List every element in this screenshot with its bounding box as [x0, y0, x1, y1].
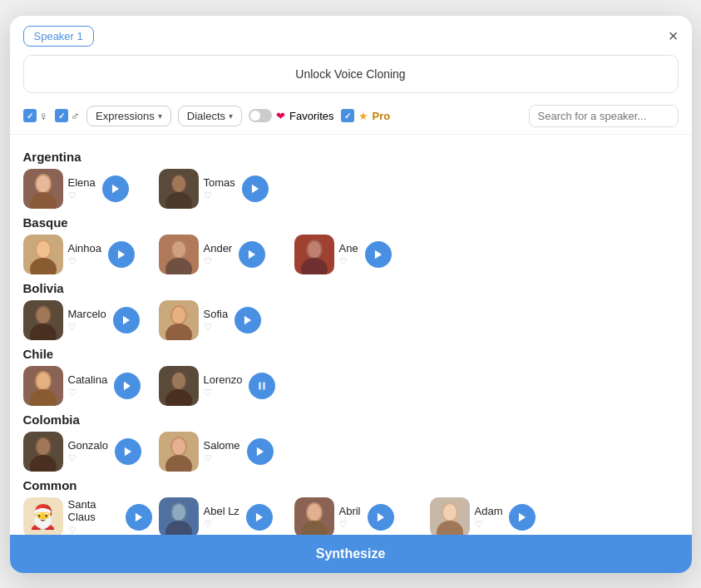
avatar [23, 235, 63, 274]
svg-point-22 [37, 307, 50, 324]
svg-point-17 [301, 258, 328, 274]
svg-point-10 [37, 241, 50, 258]
speaker-name: Abril [339, 505, 361, 517]
svg-marker-11 [118, 250, 125, 259]
synthesize-bar[interactable]: Synthesize [10, 535, 692, 573]
play-button[interactable] [246, 504, 273, 531]
female-icon: ♀ [39, 109, 48, 123]
favorite-icon[interactable]: ♡ [204, 453, 240, 464]
pro-checkbox[interactable]: ✓ [341, 109, 354, 122]
region-common: Common [23, 478, 679, 492]
speaker-name: Salome [204, 439, 240, 452]
avatar [159, 497, 199, 535]
favorite-icon[interactable]: ♡ [68, 388, 108, 398]
favorites-toggle[interactable]: ❤ Favorites [249, 109, 333, 122]
svg-marker-15 [249, 250, 255, 259]
speaker-info: Lorenzo ♡ [204, 373, 243, 398]
play-button[interactable] [368, 504, 394, 531]
play-button[interactable] [113, 307, 140, 334]
play-button[interactable] [242, 175, 269, 202]
favorite-icon[interactable]: ♡ [68, 256, 101, 267]
colombia-speakers: Gonzalo ♡ Salome ♡ [23, 432, 679, 472]
unlock-banner: Unlock Voice Cloning [23, 55, 679, 93]
favorite-icon[interactable]: ♡ [204, 190, 235, 201]
speaker-name: Catalina [68, 373, 108, 386]
favorite-icon[interactable]: ♡ [68, 190, 96, 201]
speaker-name: Lorenzo [204, 373, 243, 386]
svg-point-26 [172, 307, 185, 324]
speaker-name: Tomas [204, 176, 235, 189]
play-button[interactable] [247, 438, 274, 465]
avatar [159, 432, 199, 472]
female-checkbox[interactable] [23, 109, 37, 122]
favorite-icon[interactable]: ♡ [339, 256, 358, 267]
svg-marker-44 [256, 447, 263, 456]
play-button[interactable] [239, 241, 265, 268]
expressions-dropdown[interactable]: Expressions ▾ [86, 106, 171, 126]
favorite-icon[interactable]: ♡ [68, 525, 119, 535]
avatar [430, 497, 470, 535]
list-item: Abril ♡ [294, 497, 423, 535]
svg-point-30 [37, 373, 50, 389]
speaker-info: Abril ♡ [339, 505, 361, 530]
avatar [159, 235, 199, 274]
svg-point-1 [30, 192, 57, 209]
svg-marker-45 [135, 512, 141, 521]
avatar [23, 366, 63, 406]
speaker-info: Abel Lz ♡ [204, 505, 239, 530]
favorite-icon[interactable]: ♡ [68, 453, 108, 464]
favorite-icon[interactable]: ♡ [204, 388, 243, 398]
list-item: Catalina ♡ [23, 366, 152, 406]
play-button[interactable] [234, 307, 261, 334]
search-input[interactable] [529, 105, 679, 127]
dialects-dropdown[interactable]: Dialects ▾ [178, 106, 242, 126]
speaker-badge[interactable]: Speaker 1 [23, 26, 94, 47]
svg-marker-57 [519, 512, 526, 521]
svg-point-2 [37, 175, 50, 192]
main-modal: Speaker 1 × Unlock Voice Cloning ♀ ♂ Exp… [10, 16, 692, 573]
speaker-info: Gonzalo ♡ [68, 439, 108, 464]
svg-point-55 [437, 521, 463, 535]
favorite-icon[interactable]: ♡ [339, 519, 361, 530]
common-speakers: 🎅 Santa Claus ♡ Abel Lz ♡ [23, 497, 679, 535]
avatar [159, 366, 199, 406]
avatar: 🎅 [23, 497, 63, 535]
speaker-name: Gonzalo [68, 439, 108, 452]
female-filter[interactable]: ♀ [23, 109, 48, 123]
avatar [23, 169, 63, 209]
play-button[interactable] [126, 504, 152, 531]
list-item: Salome ♡ [159, 432, 288, 472]
list-item: Ander ♡ [159, 235, 288, 274]
favorite-icon[interactable]: ♡ [204, 519, 239, 530]
play-button[interactable] [108, 241, 135, 268]
favorite-icon[interactable]: ♡ [204, 256, 233, 267]
svg-marker-40 [125, 447, 131, 456]
speaker-info: Santa Claus ♡ [68, 498, 119, 535]
male-filter[interactable]: ♂ [55, 109, 80, 123]
favorite-icon[interactable]: ♡ [204, 322, 229, 333]
speaker-name: Ane [339, 242, 358, 254]
play-button[interactable] [114, 373, 141, 399]
argentina-speakers: Elena ♡ Tomas ♡ [23, 169, 679, 209]
play-button[interactable] [365, 241, 392, 268]
close-button[interactable]: × [669, 27, 679, 44]
list-item: Ainhoa ♡ [23, 235, 152, 274]
favorites-toggle-switch[interactable] [249, 109, 272, 122]
favorite-icon[interactable]: ♡ [68, 322, 106, 333]
play-button[interactable] [102, 175, 129, 202]
pro-toggle[interactable]: ✓ ★ Pro [341, 109, 391, 122]
play-button[interactable] [509, 504, 536, 531]
pause-button[interactable] [249, 373, 275, 399]
avatar [294, 497, 334, 535]
male-checkbox[interactable] [55, 109, 68, 122]
speaker-info: Ane ♡ [339, 242, 358, 267]
svg-point-38 [30, 455, 57, 472]
svg-marker-31 [124, 381, 131, 390]
favorite-icon[interactable]: ♡ [475, 519, 503, 530]
speaker-name: Ander [204, 242, 233, 254]
play-button[interactable] [115, 438, 141, 465]
svg-point-18 [308, 241, 321, 258]
list-item: Tomas ♡ [159, 169, 288, 209]
speaker-name: Marcelo [68, 308, 106, 320]
list-item: Marcelo ♡ [23, 300, 152, 340]
